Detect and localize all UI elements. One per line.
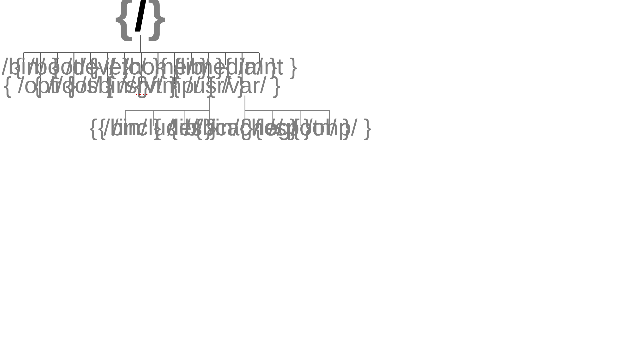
root-brace-left: { (115, 0, 133, 41)
node-var: { /var/ } (208, 72, 280, 98)
root-brace-right: } (148, 0, 166, 41)
node-var-tmp: { /tmp/ } (292, 114, 372, 140)
root-label: / (134, 0, 147, 40)
filesystem-tree: { / } { /bin/ } { /boot/ } { /dev/ } { /… (0, 0, 644, 359)
